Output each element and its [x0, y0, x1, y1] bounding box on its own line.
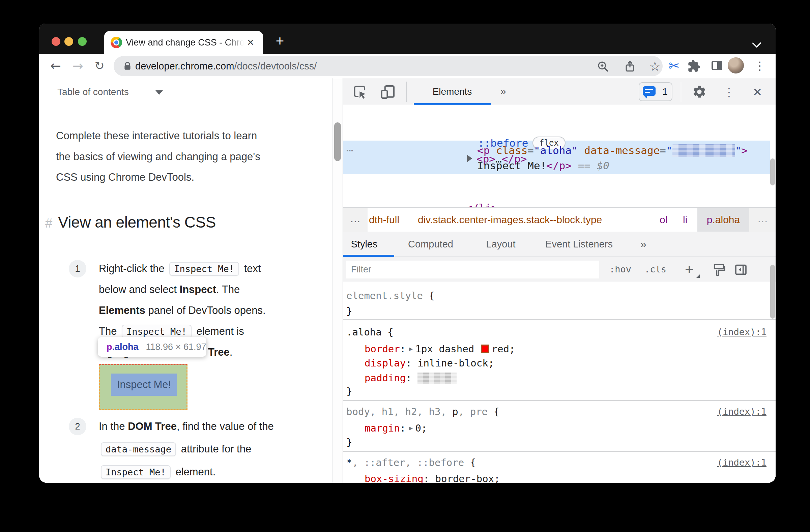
new-style-rule-dropdown-corner — [696, 275, 700, 278]
zoom-window-button[interactable] — [78, 37, 87, 46]
minimize-window-button[interactable] — [64, 37, 73, 46]
rule-element-style-selector[interactable]: element.style { — [346, 288, 435, 303]
rule-close-brace: } — [346, 435, 352, 450]
inspect-me-highlighted-element[interactable]: Inspect Me! — [99, 364, 188, 410]
breadcrumb-item[interactable]: li — [683, 208, 687, 232]
toggle-class-button[interactable]: .cls — [644, 257, 666, 282]
browser-tab[interactable]: View and change CSS - Chrome ✕ — [104, 31, 263, 54]
css-property-padding[interactable]: padding: — [364, 370, 457, 385]
tab-search-chevron-icon[interactable] — [753, 38, 761, 47]
heading-anchor-hash[interactable]: # — [45, 214, 52, 232]
chrome-favicon-center — [113, 39, 119, 46]
issues-message-icon — [643, 86, 655, 96]
settings-gear-icon[interactable] — [692, 84, 708, 100]
tab-computed[interactable]: Computed — [397, 232, 464, 256]
bookmark-star-icon[interactable]: ☆ — [648, 60, 661, 73]
step-2-line: Inspect Me! element. — [99, 465, 215, 479]
inspect-element-icon[interactable] — [352, 84, 368, 100]
table-of-contents-button[interactable]: Table of contents — [57, 86, 129, 98]
toggle-hover-state-button[interactable]: :hov — [609, 257, 631, 282]
breadcrumb-overflow-right[interactable]: … — [749, 208, 776, 232]
tab-title: View and change CSS - Chrome — [126, 31, 244, 54]
css-property-box-sizing[interactable]: box-sizing: border-box; — [364, 471, 500, 483]
intro-line: the basics of viewing and changing a pag… — [56, 149, 260, 164]
rule-body-headings-selector[interactable]: body, h1, h2, h3, p, pre { — [346, 404, 499, 419]
breadcrumb-item[interactable]: div.stack.center-images.stack--block.typ… — [418, 208, 602, 232]
styles-filter-input[interactable] — [346, 261, 599, 279]
element-dimensions-tooltip: p.aloha118.96 × 61.97 — [98, 337, 206, 357]
more-tabs-chevron[interactable]: » — [636, 232, 651, 256]
new-style-rule-button[interactable]: + — [685, 257, 694, 282]
tab-event-listeners[interactable]: Event Listeners — [535, 232, 623, 256]
tooltip-content: p.aloha118.96 × 61.97 — [107, 337, 206, 357]
more-panels-chevron[interactable]: » — [496, 78, 511, 105]
devtools-close-icon[interactable]: ✕ — [750, 84, 765, 100]
device-toolbar-icon[interactable] — [380, 84, 395, 100]
screenshot-stage: View and change CSS - Chrome ✕ + ← → ↻ d… — [0, 0, 810, 532]
tab-elements[interactable]: Elements — [414, 78, 491, 105]
browser-toolbar: ← → ↻ developer.chrome.com/docs/devtools… — [39, 54, 776, 78]
css-property-display[interactable]: display: inline-block; — [364, 356, 494, 370]
styles-filter-bar: :hov .cls + — [343, 257, 776, 282]
url-text[interactable]: developer.chrome.com/docs/devtools/css/ — [135, 56, 317, 76]
dom-row-selected-line1[interactable]: <p class="aloha" data-message=""> — [477, 143, 748, 158]
window-content: Table of contents Complete these interac… — [39, 78, 776, 483]
side-panel-glyph — [712, 61, 722, 70]
page-scrollbar[interactable] — [332, 78, 343, 483]
lock-icon[interactable] — [123, 61, 132, 72]
step-1-line: The Inspect Me! element is — [99, 324, 244, 339]
tooltip-dimensions: 118.96 × 61.97 — [146, 342, 206, 352]
toc-caret-icon[interactable] — [156, 90, 163, 95]
reload-button[interactable]: ↻ — [92, 58, 107, 73]
breadcrumb-item[interactable]: dth-full — [369, 208, 399, 232]
rule-aloha-selector[interactable]: .aloha { — [346, 325, 393, 339]
styles-scrollbar-thumb[interactable] — [770, 265, 775, 319]
rendering-brush-icon[interactable] — [712, 263, 726, 277]
rule-divider — [343, 400, 776, 401]
profile-avatar[interactable] — [728, 57, 744, 73]
styles-pane: element.style { } .aloha { (index):1 bor… — [343, 282, 776, 483]
css-property-border[interactable]: border: ▶ 1px dashed red; — [364, 341, 515, 356]
back-button[interactable]: ← — [48, 58, 63, 73]
dom-row-li-close[interactable]: </li> — [466, 200, 497, 207]
rule-source-link[interactable]: (index):1 — [717, 455, 766, 470]
breadcrumb-item-selected[interactable]: p.aloha — [697, 208, 749, 232]
dom-scrollbar-thumb[interactable] — [770, 159, 775, 185]
css-property-margin[interactable]: margin: ▶ 0; — [364, 420, 427, 435]
rule-universal-selector[interactable]: *, ::after, ::before { — [346, 455, 476, 470]
browser-menu-icon[interactable]: ⋮ — [752, 58, 767, 73]
browser-window: View and change CSS - Chrome ✕ + ← → ↻ d… — [39, 23, 776, 483]
side-panel-icon[interactable] — [709, 58, 724, 73]
new-tab-button[interactable]: + — [273, 34, 287, 49]
rule-source-link[interactable]: (index):1 — [717, 325, 766, 339]
share-icon[interactable] — [623, 60, 636, 73]
issues-count: 1 — [659, 83, 671, 100]
expand-arrow-icon[interactable] — [467, 155, 472, 162]
intro-line: Complete these interactive tutorials to … — [56, 129, 257, 143]
tab-layout[interactable]: Layout — [477, 232, 524, 256]
page-scrollbar-thumb[interactable] — [334, 122, 341, 161]
extensions-puzzle-icon[interactable] — [687, 58, 703, 73]
forward-button[interactable]: → — [70, 58, 86, 73]
breadcrumb-overflow-left[interactable]: … — [343, 208, 368, 232]
issues-button[interactable]: 1 — [639, 82, 673, 101]
address-bar[interactable]: developer.chrome.com/docs/devtools/css/ … — [114, 56, 663, 76]
tab-strip: View and change CSS - Chrome ✕ + — [39, 23, 776, 54]
breadcrumb-item[interactable]: ol — [660, 208, 667, 232]
zoom-icon[interactable] — [597, 60, 609, 73]
close-window-button[interactable] — [52, 37, 60, 46]
tab-styles[interactable]: Styles — [346, 232, 383, 256]
inspect-me-text[interactable]: Inspect Me! — [111, 373, 177, 396]
page-heading: View an element's CSS — [58, 213, 216, 232]
dom-row-selected-line2[interactable]: Inspect Me!</p> == $0 — [477, 158, 609, 173]
scissors-extension-icon[interactable]: ✂ — [666, 58, 682, 73]
styles-tabbar: Styles Computed Layout Event Listeners » — [343, 232, 776, 257]
step-1-number: 1 — [69, 260, 86, 278]
rule-divider — [343, 319, 776, 320]
show-sidebar-panel-icon[interactable] — [734, 263, 748, 277]
rule-source-link[interactable]: (index):1 — [717, 404, 766, 419]
dom-row-overflow-dots[interactable]: … — [346, 140, 354, 156]
url-host: developer.chrome.com — [135, 61, 234, 71]
tab-close-icon[interactable]: ✕ — [245, 37, 256, 48]
devtools-menu-icon[interactable]: ⋮ — [721, 84, 737, 100]
